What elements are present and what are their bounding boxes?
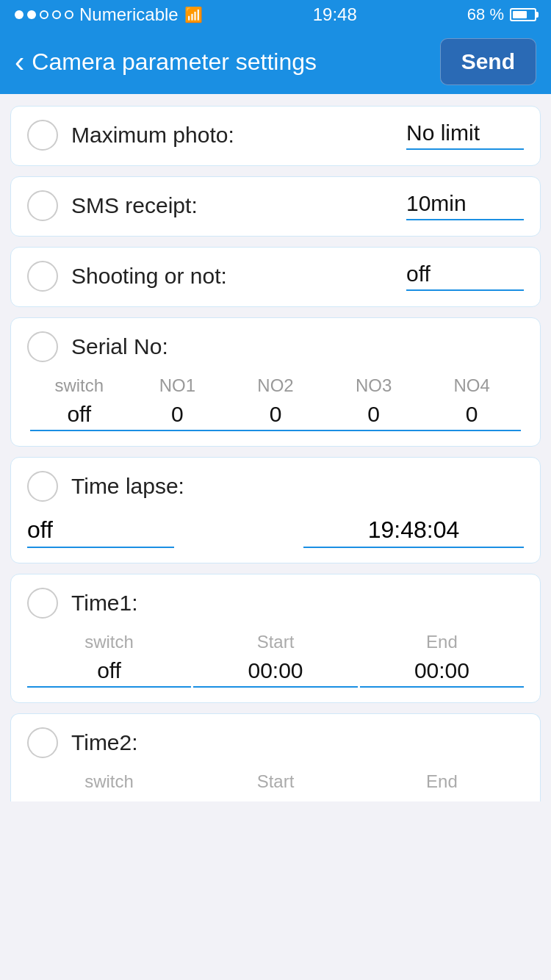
time2-col-start: Start <box>193 771 357 792</box>
time2-card: Time2: switch Start End <box>10 713 541 801</box>
time-lapse-radio[interactable] <box>27 471 58 502</box>
send-button[interactable]: Send <box>440 38 536 85</box>
maximum-photo-card: Maximum photo: No limit <box>10 106 541 166</box>
dot2 <box>27 10 36 19</box>
page-title: Camera parameter settings <box>24 48 439 76</box>
dot3 <box>40 10 48 19</box>
sms-receipt-row: SMS receipt: 10min <box>27 190 524 221</box>
battery-label: 68 % <box>467 5 504 24</box>
serial-no3-value[interactable]: 0 <box>325 402 423 431</box>
time1-col-start: Start <box>193 632 357 652</box>
time1-sub-values: off 00:00 00:00 <box>27 658 524 688</box>
sms-receipt-radio[interactable] <box>27 190 58 221</box>
maximum-photo-row: Maximum photo: No limit <box>27 120 524 151</box>
serial-no4-value[interactable]: 0 <box>422 402 521 431</box>
shooting-row: Shooting or not: off <box>27 261 524 292</box>
time1-end-value[interactable]: 00:00 <box>360 658 524 688</box>
time-lapse-values: off 19:48:04 <box>27 516 524 548</box>
serial-col-labels: switch NO1 NO2 NO3 NO4 <box>27 375 524 396</box>
dot1 <box>15 10 24 19</box>
serial-no1-value[interactable]: 0 <box>129 402 227 431</box>
status-bar: Numericable 📶 19:48 68 % <box>0 0 551 29</box>
serial-col-no4: NO4 <box>422 375 521 396</box>
time-lapse-switch-value[interactable]: off <box>27 516 174 548</box>
wifi-icon: 📶 <box>184 6 203 24</box>
serial-col-switch: switch <box>30 375 129 396</box>
serial-no-header: Serial No: <box>27 331 524 362</box>
serial-no2-value[interactable]: 0 <box>226 402 325 431</box>
battery-icon <box>510 8 536 21</box>
time-lapse-card: Time lapse: off 19:48:04 <box>10 457 541 563</box>
shooting-card: Shooting or not: off <box>10 247 541 307</box>
back-arrow-icon: ‹ <box>15 47 24 76</box>
dot4 <box>52 10 61 19</box>
sms-receipt-label: SMS receipt: <box>71 193 198 218</box>
back-button[interactable]: ‹ <box>15 47 24 76</box>
battery-fill <box>513 11 527 18</box>
serial-col-no3: NO3 <box>325 375 423 396</box>
serial-col-no1: NO1 <box>129 375 227 396</box>
time-label: 19:48 <box>313 4 357 25</box>
serial-no-label: Serial No: <box>71 334 168 359</box>
time1-radio[interactable] <box>27 588 58 619</box>
serial-col-no2: NO2 <box>226 375 325 396</box>
time2-col-end: End <box>360 771 524 792</box>
time1-label: Time1: <box>71 591 138 616</box>
time1-col-end: End <box>360 632 524 652</box>
shooting-value[interactable]: off <box>406 262 524 291</box>
maximum-photo-radio[interactable] <box>27 120 58 151</box>
time-lapse-header: Time lapse: <box>27 471 524 502</box>
time1-start-value[interactable]: 00:00 <box>193 658 357 688</box>
sms-receipt-value[interactable]: 10min <box>406 191 524 220</box>
maximum-photo-value[interactable]: No limit <box>406 120 524 150</box>
serial-no-card: Serial No: switch NO1 NO2 NO3 NO4 off 0 … <box>10 317 541 447</box>
shooting-label: Shooting or not: <box>71 264 227 289</box>
serial-switch-value[interactable]: off <box>30 402 129 431</box>
nav-bar: ‹ Camera parameter settings Send <box>0 29 551 94</box>
maximum-photo-label: Maximum photo: <box>71 123 234 148</box>
serial-col-values: off 0 0 0 0 <box>27 402 524 431</box>
time2-header: Time2: <box>27 727 524 758</box>
dot5 <box>65 10 73 19</box>
time2-sub-labels: switch Start End <box>27 771 524 792</box>
status-left: Numericable 📶 <box>15 4 203 25</box>
sms-receipt-card: SMS receipt: 10min <box>10 176 541 237</box>
settings-content: Maximum photo: No limit SMS receipt: 10m… <box>0 94 551 813</box>
time2-label: Time2: <box>71 730 138 755</box>
time-lapse-label: Time lapse: <box>71 474 184 499</box>
time1-card: Time1: switch Start End off 00:00 00:00 <box>10 574 541 703</box>
time2-col-switch: switch <box>27 771 191 792</box>
time1-header: Time1: <box>27 588 524 619</box>
time2-radio[interactable] <box>27 727 58 758</box>
time1-col-switch: switch <box>27 632 191 652</box>
time-lapse-time-value[interactable]: 19:48:04 <box>303 516 524 548</box>
time1-switch-value[interactable]: off <box>27 658 191 688</box>
serial-no-radio[interactable] <box>27 331 58 362</box>
shooting-radio[interactable] <box>27 261 58 292</box>
time1-sub-labels: switch Start End <box>27 632 524 652</box>
signal-dots <box>15 10 73 19</box>
carrier-label: Numericable <box>79 4 179 25</box>
status-right: 68 % <box>467 5 536 24</box>
